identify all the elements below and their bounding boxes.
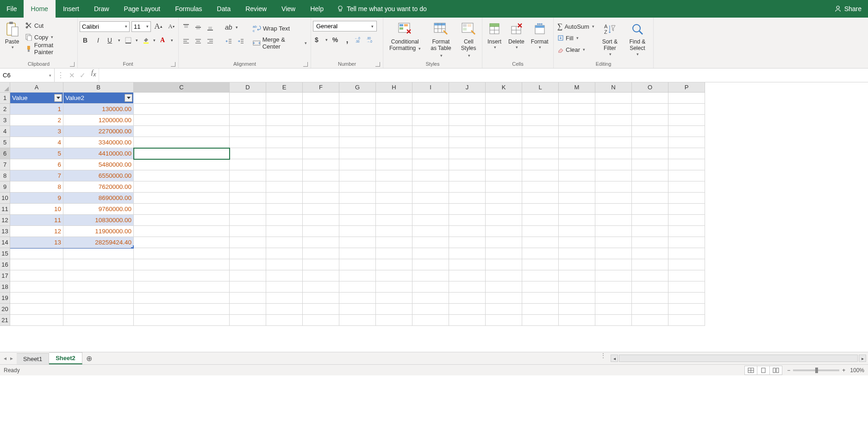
menu-tab-insert[interactable]: Insert — [56, 0, 87, 18]
cell-C9[interactable] — [134, 181, 230, 193]
cell-G1[interactable] — [339, 93, 376, 104]
cell-M4[interactable] — [559, 126, 595, 137]
cell-K6[interactable] — [486, 148, 522, 159]
menu-tab-help[interactable]: Help — [303, 0, 331, 18]
format-painter-button[interactable]: Format Painter — [23, 43, 75, 54]
row-header-14[interactable]: 14 — [0, 237, 10, 248]
cell-N21[interactable] — [595, 315, 632, 326]
row-header-2[interactable]: 2 — [0, 104, 10, 115]
cell-O13[interactable] — [632, 226, 668, 237]
cell-J11[interactable] — [449, 204, 486, 215]
row-header-17[interactable]: 17 — [0, 270, 10, 281]
cell-F18[interactable] — [303, 281, 339, 293]
merge-center-button[interactable]: Merge & Center ▾ — [251, 37, 309, 50]
cell-C20[interactable] — [134, 304, 230, 315]
row-header-12[interactable]: 12 — [0, 215, 10, 226]
cell-B5[interactable]: 3340000.00 — [63, 137, 134, 148]
cell-J2[interactable] — [449, 104, 486, 115]
cell-C3[interactable] — [134, 115, 230, 126]
cell-E15[interactable] — [266, 248, 303, 259]
cell-C4[interactable] — [134, 126, 230, 137]
font-size-input[interactable]: 11 ▾ — [131, 21, 151, 32]
cell-P19[interactable] — [668, 293, 705, 304]
cell-E19[interactable] — [266, 293, 303, 304]
cell-E4[interactable] — [266, 126, 303, 137]
cell-A15[interactable] — [10, 248, 63, 259]
clear-button[interactable]: Clear ▾ — [556, 44, 596, 55]
cell-J7[interactable] — [449, 159, 486, 170]
cell-I19[interactable] — [412, 293, 449, 304]
row-header-16[interactable]: 16 — [0, 259, 10, 270]
row-header-10[interactable]: 10 — [0, 193, 10, 204]
cell-G4[interactable] — [339, 126, 376, 137]
row-header-1[interactable]: 1 — [0, 93, 10, 104]
cell-N2[interactable] — [595, 104, 632, 115]
menu-tab-draw[interactable]: Draw — [87, 0, 117, 18]
filter-button[interactable] — [125, 94, 132, 102]
cell-O6[interactable] — [632, 148, 668, 159]
cell-I7[interactable] — [412, 159, 449, 170]
cell-G13[interactable] — [339, 226, 376, 237]
cell-C17[interactable] — [134, 270, 230, 281]
cell-O18[interactable] — [632, 281, 668, 293]
cell-A19[interactable] — [10, 293, 63, 304]
cell-H18[interactable] — [376, 281, 412, 293]
cell-G15[interactable] — [339, 248, 376, 259]
cell-P20[interactable] — [668, 304, 705, 315]
cell-H15[interactable] — [376, 248, 412, 259]
dialog-launcher-icon[interactable] — [171, 62, 175, 67]
row-header-5[interactable]: 5 — [0, 137, 10, 148]
cell-A12[interactable]: 11 — [10, 215, 63, 226]
cell-L3[interactable] — [522, 115, 559, 126]
cell-B15[interactable] — [63, 248, 134, 259]
copy-button[interactable]: Copy ▾ — [23, 31, 75, 43]
find-select-button[interactable]: Find & Select▾ — [624, 20, 651, 58]
cell-J14[interactable] — [449, 237, 486, 248]
bold-button[interactable]: B — [80, 35, 91, 46]
zoom-out-icon[interactable]: − — [787, 367, 790, 374]
fill-button[interactable]: Fill ▾ — [556, 32, 596, 44]
cell-G7[interactable] — [339, 159, 376, 170]
cell-H8[interactable] — [376, 170, 412, 181]
cell-H16[interactable] — [376, 259, 412, 270]
cell-P1[interactable] — [668, 93, 705, 104]
cell-A16[interactable] — [10, 259, 63, 270]
row-header-21[interactable]: 21 — [0, 315, 10, 326]
cell-D21[interactable] — [230, 315, 266, 326]
cell-B10[interactable]: 8690000.00 — [63, 193, 134, 204]
cell-C7[interactable] — [134, 159, 230, 170]
cell-M18[interactable] — [559, 281, 595, 293]
cell-O15[interactable] — [632, 248, 668, 259]
cell-E12[interactable] — [266, 215, 303, 226]
percent-format-button[interactable]: % — [330, 34, 341, 45]
cell-E10[interactable] — [266, 193, 303, 204]
zoom-thumb[interactable] — [815, 368, 818, 373]
horizontal-scrollbar[interactable]: ◂ ▸ — [609, 352, 868, 364]
cell-G5[interactable] — [339, 137, 376, 148]
comma-format-button[interactable]: , — [342, 34, 353, 45]
cell-K19[interactable] — [486, 293, 522, 304]
cell-N6[interactable] — [595, 148, 632, 159]
zoom-in-icon[interactable]: + — [842, 367, 845, 374]
cell-B8[interactable]: 6550000.00 — [63, 170, 134, 181]
cell-J3[interactable] — [449, 115, 486, 126]
cell-K21[interactable] — [486, 315, 522, 326]
cell-F6[interactable] — [303, 148, 339, 159]
scroll-track[interactable] — [619, 355, 858, 362]
cell-I16[interactable] — [412, 259, 449, 270]
cell-E5[interactable] — [266, 137, 303, 148]
cell-F10[interactable] — [303, 193, 339, 204]
cell-C21[interactable] — [134, 315, 230, 326]
cell-N4[interactable] — [595, 126, 632, 137]
cell-F14[interactable] — [303, 237, 339, 248]
menu-tab-data[interactable]: Data — [210, 0, 238, 18]
cell-E3[interactable] — [266, 115, 303, 126]
new-sheet-button[interactable]: ⊕ — [82, 352, 96, 364]
column-header-E[interactable]: E — [266, 82, 303, 93]
cell-I3[interactable] — [412, 115, 449, 126]
cell-B6[interactable]: 4410000.00 — [63, 148, 134, 159]
table-resize-handle[interactable] — [131, 245, 134, 248]
cell-M16[interactable] — [559, 259, 595, 270]
cell-P7[interactable] — [668, 159, 705, 170]
increase-indent-button[interactable] — [235, 36, 246, 47]
